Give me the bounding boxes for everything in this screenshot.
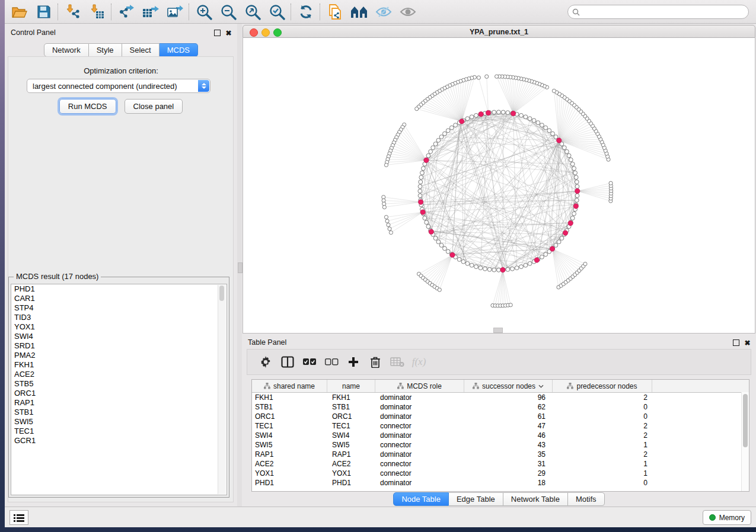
- deselect-all-rows-button[interactable]: [320, 352, 342, 372]
- delete-column-button[interactable]: [364, 352, 386, 372]
- mcds-result-item[interactable]: TEC1: [11, 427, 227, 436]
- mcds-result-item[interactable]: STB1: [11, 408, 227, 417]
- mcds-result-list[interactable]: PHD1CAR1STP4TID3YOX1SWI4SRD1PMA2FKH1ACE2…: [11, 284, 227, 495]
- mcds-result-item[interactable]: TID3: [11, 313, 227, 322]
- show-column-panel-button[interactable]: [276, 352, 298, 372]
- node-table[interactable]: shared namenameMCDS rolesuccessor nodesp…: [251, 379, 749, 492]
- table-cell: dominator: [375, 403, 464, 411]
- table-row[interactable]: ACE2ACE2connector311: [252, 459, 749, 469]
- table-cell: dominator: [375, 479, 464, 487]
- save-session-button[interactable]: [31, 2, 56, 22]
- mcds-result-item[interactable]: PMA2: [11, 351, 227, 360]
- mcds-result-item[interactable]: ACE2: [11, 370, 227, 379]
- zoom-selected-button[interactable]: [264, 2, 289, 22]
- mcds-result-item[interactable]: SWI4: [11, 332, 227, 341]
- search-input[interactable]: [567, 5, 749, 19]
- close-table-panel-button[interactable]: ✖: [744, 339, 751, 347]
- mcds-result-item[interactable]: PHD1: [11, 284, 227, 294]
- mcds-result-item[interactable]: RAP1: [11, 398, 227, 408]
- optimization-criterion-select[interactable]: largest connected component (undirected): [27, 79, 210, 93]
- table-row[interactable]: STB1STB1dominator620: [252, 402, 749, 412]
- show-all-button[interactable]: [395, 2, 420, 22]
- close-panel-button[interactable]: ✖: [225, 29, 232, 37]
- export-network-button[interactable]: [114, 2, 138, 22]
- horizontal-splitter-handle[interactable]: [493, 328, 503, 333]
- tab-network-table[interactable]: Network Table: [503, 492, 568, 506]
- table-row[interactable]: SWI5SWI5connector431: [252, 440, 749, 450]
- tab-style[interactable]: Style: [89, 43, 122, 57]
- mcds-result-item[interactable]: SRD1: [11, 341, 227, 351]
- table-row[interactable]: ORC1ORC1dominator610: [252, 412, 749, 421]
- mcds-result-item[interactable]: CAR1: [11, 294, 227, 303]
- apply-layout-button[interactable]: [294, 2, 318, 22]
- first-neighbors-button[interactable]: [347, 2, 371, 22]
- table-row[interactable]: FKH1FKH1dominator962: [252, 393, 749, 402]
- tab-motifs[interactable]: Motifs: [568, 492, 605, 506]
- delete-table-button[interactable]: [386, 352, 408, 372]
- hide-selected-button[interactable]: [371, 2, 395, 22]
- table-cell: STB1: [252, 403, 327, 411]
- mcds-list-scrollbar[interactable]: [218, 285, 226, 494]
- vertical-splitter[interactable]: [237, 24, 242, 507]
- table-cell: 29: [464, 469, 553, 477]
- column-header-mcds-role[interactable]: MCDS role: [375, 380, 464, 392]
- column-header-name[interactable]: name: [327, 380, 375, 392]
- table-cell: TEC1: [252, 422, 327, 430]
- zoom-in-button[interactable]: [192, 2, 216, 22]
- column-header-successor-nodes[interactable]: successor nodes: [464, 380, 553, 392]
- table-options-button[interactable]: [254, 352, 276, 372]
- tab-edge-table[interactable]: Edge Table: [449, 492, 503, 506]
- column-label: MCDS role: [407, 382, 442, 390]
- new-network-from-selection-icon: [327, 4, 343, 20]
- float-table-panel-button[interactable]: [732, 339, 740, 347]
- run-mcds-button[interactable]: Run MCDS: [59, 99, 116, 114]
- zoom-fit-button[interactable]: [240, 2, 264, 22]
- tab-select[interactable]: Select: [122, 43, 160, 57]
- create-column-button[interactable]: [342, 352, 364, 372]
- mcds-result-item[interactable]: GCR1: [11, 436, 227, 446]
- import-table-button[interactable]: [85, 2, 109, 22]
- mcds-result-item[interactable]: YOX1: [11, 322, 227, 332]
- table-cell: ORC1: [252, 412, 327, 421]
- task-history-button[interactable]: [9, 510, 28, 525]
- table-cell: ACE2: [327, 460, 375, 468]
- tab-mcds[interactable]: MCDS: [160, 43, 198, 57]
- table-row[interactable]: RAP1RAP1dominator352: [252, 450, 749, 459]
- mcds-result-item[interactable]: FKH1: [11, 360, 227, 370]
- memory-button[interactable]: Memory: [703, 510, 751, 525]
- table-row[interactable]: SWI4SWI4dominator462: [252, 431, 749, 440]
- node-table-body: FKH1FKH1dominator962STB1STB1dominator620…: [252, 393, 749, 488]
- open-session-button[interactable]: [7, 2, 31, 22]
- column-header-predecessor-nodes[interactable]: predecessor nodes: [553, 380, 652, 392]
- tab-node-table[interactable]: Node Table: [393, 492, 449, 506]
- column-header-shared-name[interactable]: shared name: [252, 380, 327, 392]
- network-graph[interactable]: [243, 38, 755, 333]
- mcds-result-item[interactable]: ORC1: [11, 389, 227, 398]
- plus-icon: [348, 357, 359, 367]
- export-image-button[interactable]: [162, 2, 187, 22]
- zoom-out-button[interactable]: [216, 2, 240, 22]
- network-canvas[interactable]: [243, 38, 755, 334]
- network-window-titlebar[interactable]: YPA_prune.txt_1: [243, 25, 755, 38]
- select-all-rows-button[interactable]: [298, 352, 320, 372]
- task-list-icon: [14, 514, 24, 522]
- mcds-result-item[interactable]: STB5: [11, 379, 227, 389]
- close-mcds-panel-button[interactable]: Close panel: [125, 99, 183, 114]
- mcds-result-item[interactable]: STP4: [11, 303, 227, 313]
- control-panel-titlebar: Control Panel ✖: [5, 24, 237, 41]
- new-network-from-selection-button[interactable]: [323, 2, 347, 22]
- float-panel-button[interactable]: [213, 29, 221, 37]
- function-builder-button[interactable]: f(x): [408, 352, 430, 372]
- control-panel-tabs: NetworkStyleSelectMCDS: [5, 43, 237, 57]
- table-row[interactable]: TEC1TEC1connector472: [252, 421, 749, 431]
- import-network-button[interactable]: [60, 2, 85, 22]
- table-cell: 31: [464, 460, 553, 468]
- export-table-button[interactable]: [138, 2, 162, 22]
- table-row[interactable]: PHD1PHD1dominator180: [252, 478, 749, 488]
- mcds-result-item[interactable]: SWI5: [11, 417, 227, 427]
- table-row[interactable]: YOX1YOX1connector291: [252, 469, 749, 478]
- tab-network[interactable]: Network: [44, 43, 89, 57]
- optimization-criterion-label: Optimization criterion:: [5, 66, 237, 75]
- table-scrollbar[interactable]: [741, 392, 749, 491]
- scrollbar-thumb[interactable]: [743, 394, 748, 447]
